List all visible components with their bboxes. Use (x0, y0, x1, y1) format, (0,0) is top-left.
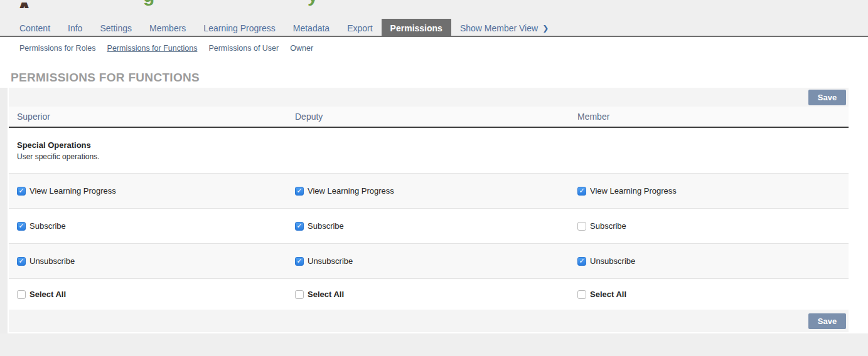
tab-label: Members (149, 23, 186, 33)
checkbox-label: Select All (590, 290, 626, 299)
section-header-row: Special Operations User specific operati… (9, 128, 849, 174)
tab-label: Info (68, 23, 82, 33)
checkbox-label: Select All (29, 290, 66, 299)
checkbox-checked-icon[interactable]: ✓ (577, 257, 586, 266)
checkbox-checked-icon[interactable]: ✓ (577, 187, 586, 196)
checkbox-label: Unsubscribe (308, 256, 353, 266)
page-title: PERMISSIONS FOR FUNCTIONS (11, 71, 200, 85)
checkbox-label: Unsubscribe (29, 256, 75, 266)
permission-row-unsubscribe: ✓Unsubscribe✓Unsubscribe✓Unsubscribe (9, 244, 849, 279)
tab-label: Metadata (293, 23, 330, 33)
permissions-table: Save Superior Deputy Member Special Oper… (9, 88, 849, 332)
clipped-title-fragment: g (143, 0, 164, 7)
checkbox-select-all-superior[interactable]: Select All (17, 290, 295, 299)
logo-letter: A (14, 0, 35, 8)
checkbox-checked-icon[interactable]: ✓ (295, 187, 304, 196)
column-header-member: Member (577, 112, 849, 122)
logo-fragment: A (14, 0, 43, 8)
checkbox-select-all-deputy[interactable]: Select All (295, 290, 577, 299)
tab-label: Permissions (390, 23, 442, 33)
checkbox-unchecked-icon[interactable] (17, 290, 26, 299)
tab-label: Show Member View (460, 23, 538, 33)
check-icon: ✓ (296, 223, 302, 229)
checkbox-select-all-member[interactable]: Select All (577, 290, 849, 299)
table-toolbar-bottom: Save (9, 310, 849, 332)
checkbox-checked-icon[interactable]: ✓ (17, 257, 26, 266)
subtab-permissions-for-functions[interactable]: Permissions for Functions (102, 44, 203, 53)
checkbox-unsubscribe-deputy[interactable]: ✓Unsubscribe (295, 256, 577, 266)
tab-info[interactable]: Info (59, 19, 91, 37)
subtab-permissions-of-user[interactable]: Permissions of User (203, 44, 284, 53)
checkbox-label: Subscribe (590, 221, 626, 231)
checkbox-label: Unsubscribe (590, 256, 635, 266)
tab-label: Content (19, 23, 50, 33)
section-title: Special Operations (17, 140, 849, 150)
check-icon: ✓ (579, 258, 584, 264)
tab-label: Settings (100, 23, 132, 33)
save-button-top[interactable]: Save (808, 90, 846, 105)
column-header-deputy: Deputy (295, 112, 577, 122)
checkbox-checked-icon[interactable]: ✓ (295, 222, 304, 231)
checkbox-unsubscribe-member[interactable]: ✓Unsubscribe (577, 256, 849, 266)
check-icon: ✓ (296, 258, 302, 264)
tab-label: Learning Progress (203, 23, 275, 33)
checkbox-subscribe-member[interactable]: Subscribe (577, 221, 849, 231)
tab-settings[interactable]: Settings (91, 19, 141, 37)
checkbox-checked-icon[interactable]: ✓ (295, 257, 304, 266)
table-toolbar-top: Save (9, 88, 849, 107)
permission-row-view-learning-progress: ✓View Learning Progress✓View Learning Pr… (9, 174, 849, 209)
check-icon: ✓ (18, 223, 24, 229)
left-gutter (0, 88, 8, 333)
permission-row-select-all: Select AllSelect AllSelect All (9, 279, 849, 310)
save-button-bottom[interactable]: Save (808, 313, 846, 329)
checkbox-unchecked-icon[interactable] (577, 222, 586, 231)
checkbox-subscribe-deputy[interactable]: ✓Subscribe (295, 221, 577, 231)
checkbox-unsubscribe-superior[interactable]: ✓Unsubscribe (17, 256, 295, 266)
page-bottom-background (0, 333, 868, 356)
clipped-title-fragment: y (308, 0, 326, 7)
subtab-owner[interactable]: Owner (284, 44, 319, 53)
checkbox-checked-icon[interactable]: ✓ (17, 187, 26, 196)
column-header-superior: Superior (17, 112, 295, 122)
check-icon: ✓ (296, 187, 302, 194)
tab-label: Export (347, 23, 372, 33)
checkbox-unchecked-icon[interactable] (577, 290, 586, 299)
permission-rows: ✓View Learning Progress✓View Learning Pr… (9, 174, 849, 310)
checkbox-label: Select All (308, 290, 344, 299)
tab-metadata[interactable]: Metadata (284, 19, 338, 37)
check-icon: ✓ (18, 187, 24, 194)
checkbox-view-learning-progress-superior[interactable]: ✓View Learning Progress (17, 186, 295, 196)
checkbox-label: Subscribe (308, 221, 344, 231)
checkbox-checked-icon[interactable]: ✓ (17, 222, 26, 231)
check-icon: ✓ (18, 258, 24, 264)
main-tab-bar: ContentInfoSettingsMembersLearning Progr… (11, 19, 557, 37)
chevron-right-icon: ❯ (542, 24, 549, 33)
section-description: User specific operations. (17, 152, 849, 161)
tab-members[interactable]: Members (141, 19, 195, 37)
permission-row-subscribe: ✓Subscribe✓SubscribeSubscribe (9, 209, 849, 244)
tab-permissions[interactable]: Permissions (382, 19, 451, 37)
subtab-permissions-for-roles[interactable]: Permissions for Roles (14, 44, 102, 53)
checkbox-label: View Learning Progress (308, 186, 394, 196)
checkbox-view-learning-progress-deputy[interactable]: ✓View Learning Progress (295, 186, 577, 196)
tab-content[interactable]: Content (11, 19, 59, 37)
check-icon: ✓ (579, 187, 584, 194)
checkbox-subscribe-superior[interactable]: ✓Subscribe (17, 221, 295, 231)
tab-show-member-view[interactable]: Show Member View❯ (451, 19, 557, 37)
checkbox-unchecked-icon[interactable] (295, 290, 304, 299)
top-header-strip: A g y ContentInfoSettingsMembersLearning… (0, 0, 868, 37)
checkbox-view-learning-progress-member[interactable]: ✓View Learning Progress (577, 186, 849, 196)
checkbox-label: View Learning Progress (29, 186, 116, 196)
tab-export[interactable]: Export (338, 19, 381, 37)
checkbox-label: Subscribe (29, 221, 66, 231)
sub-tab-bar: Permissions for RolesPermissions for Fun… (14, 41, 319, 56)
checkbox-label: View Learning Progress (590, 186, 677, 196)
table-header-row: Superior Deputy Member (9, 107, 849, 128)
tab-learning-progress[interactable]: Learning Progress (195, 19, 284, 37)
